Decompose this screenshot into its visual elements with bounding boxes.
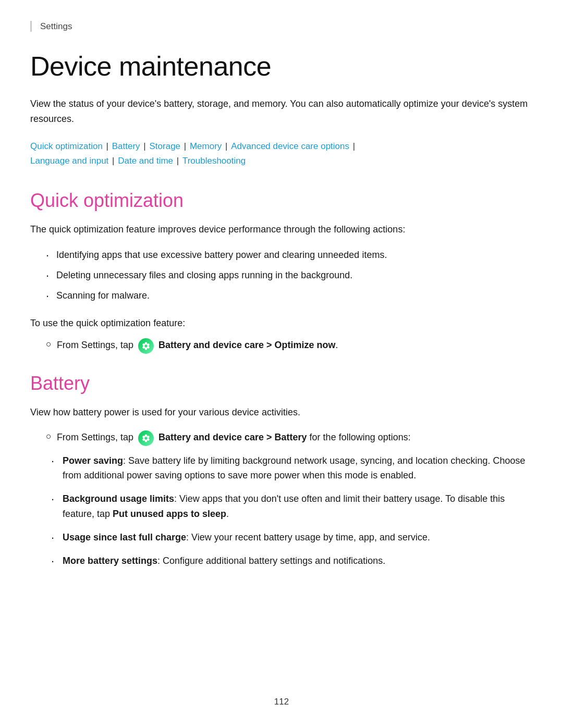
sub-bullet-background-usage: Background usage limits: View apps that … — [51, 491, 533, 522]
bullet-item: Deleting unnecessary files and closing a… — [46, 268, 533, 283]
nav-link-quick-optimization[interactable]: Quick optimization — [30, 141, 103, 151]
nav-link-date[interactable]: Date and time — [118, 156, 173, 166]
quick-optimization-section: Quick optimization The quick optimizatio… — [30, 190, 533, 353]
step-circle-icon: ○ — [46, 431, 52, 442]
sub-bullet-more-battery: More battery settings: Configure additio… — [51, 553, 533, 569]
background-usage-label: Background usage limits — [63, 493, 174, 504]
battery-step-bold: Battery and device care > Battery — [158, 432, 307, 442]
quick-optimization-instruction: To use the quick optimization feature: — [30, 316, 533, 331]
nav-links: Quick optimization | Battery | Storage |… — [30, 139, 533, 169]
power-saving-label: Power saving — [63, 455, 123, 466]
nav-link-storage[interactable]: Storage — [150, 141, 181, 151]
battery-step: ○ From Settings, tap Battery and device … — [46, 430, 533, 446]
page-intro: View the status of your device's battery… — [30, 96, 533, 127]
step-text: From Settings, tap Battery and device ca… — [57, 338, 338, 353]
step-bold-text: Battery and device care > Optimize now — [158, 340, 336, 350]
sub-bullet-power-saving: Power saving: Save battery life by limit… — [51, 453, 533, 484]
put-unused-label: Put unused apps to sleep — [113, 509, 226, 519]
battery-intro: View how battery power is used for your … — [30, 405, 533, 420]
nav-link-battery[interactable]: Battery — [112, 141, 140, 151]
nav-link-memory[interactable]: Memory — [190, 141, 222, 151]
step-text: From Settings, tap Battery and device ca… — [57, 430, 411, 446]
page-number: 112 — [0, 697, 563, 707]
nav-link-advanced[interactable]: Advanced device care options — [231, 141, 349, 151]
nav-link-language[interactable]: Language and input — [30, 156, 108, 166]
page-title: Device maintenance — [30, 51, 533, 82]
breadcrumb: Settings — [30, 21, 533, 32]
usage-since-label: Usage since last full charge — [63, 532, 186, 542]
more-battery-label: More battery settings — [63, 556, 157, 566]
quick-optimization-bullets: Identifying apps that use excessive batt… — [46, 248, 533, 303]
quick-optimization-step: ○ From Settings, tap Battery and device … — [46, 338, 533, 353]
quick-optimization-heading: Quick optimization — [30, 190, 533, 212]
breadcrumb-label: Settings — [40, 21, 72, 31]
step-circle-icon: ○ — [46, 339, 52, 350]
settings-gear-icon — [138, 338, 154, 354]
battery-heading: Battery — [30, 373, 533, 394]
battery-sub-bullets: Power saving: Save battery life by limit… — [51, 453, 533, 569]
sub-bullet-usage-since: Usage since last full charge: View your … — [51, 530, 533, 545]
quick-optimization-intro: The quick optimization feature improves … — [30, 222, 533, 237]
bullet-item: Scanning for malware. — [46, 288, 533, 303]
settings-gear-icon-2 — [138, 430, 154, 446]
nav-link-troubleshooting[interactable]: Troubleshooting — [182, 156, 246, 166]
bullet-item: Identifying apps that use excessive batt… — [46, 248, 533, 263]
battery-section: Battery View how battery power is used f… — [30, 373, 533, 569]
